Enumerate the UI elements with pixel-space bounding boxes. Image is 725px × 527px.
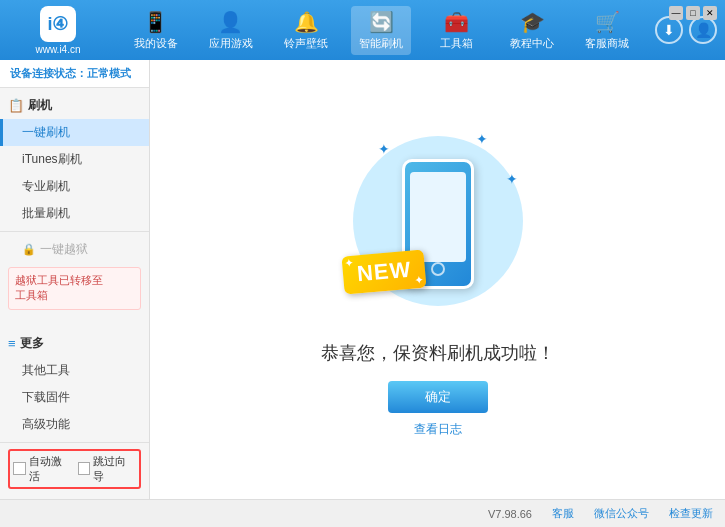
sidebar-jailbreak-notice: 越狱工具已转移至工具箱: [8, 267, 141, 310]
more-section-title: 更多: [20, 335, 44, 352]
close-button[interactable]: ✕: [703, 6, 717, 20]
nav-service[interactable]: 🛒 客服商城: [577, 6, 637, 55]
sidebar-item-pro-flash[interactable]: 专业刷机: [0, 173, 149, 200]
auto-activate-checkbox-label[interactable]: 自动激活: [13, 454, 72, 484]
sidebar-item-jailbreak-disabled: 🔒 一键越狱: [0, 236, 149, 263]
ringtone-label: 铃声壁纸: [284, 36, 328, 51]
sidebar-item-download-firmware[interactable]: 下载固件: [0, 384, 149, 411]
sidebar-status: 设备连接状态：正常模式: [0, 60, 149, 88]
nav-my-device[interactable]: 📱 我的设备: [126, 6, 186, 55]
maximize-button[interactable]: □: [686, 6, 700, 20]
account-button[interactable]: 👤: [689, 16, 717, 44]
more-section: ≡ 更多 其他工具 下载固件 高级功能: [0, 326, 149, 442]
status-version: V7.98.66: [488, 508, 532, 520]
nav-ringtone[interactable]: 🔔 铃声壁纸: [276, 6, 336, 55]
phone-screen: [410, 172, 466, 262]
apps-games-label: 应用游戏: [209, 36, 253, 51]
smart-flash-icon: 🔄: [369, 10, 394, 34]
logo-text: www.i4.cn: [35, 44, 80, 55]
auto-activate-row: 自动激活 跳过向导: [8, 449, 141, 489]
view-log-link[interactable]: 查看日志: [414, 421, 462, 438]
confirm-button[interactable]: 确定: [388, 381, 488, 413]
main-container: 设备连接状态：正常模式 📋 刷机 一键刷机 iTunes刷机 专业刷机 批量刷机…: [0, 60, 725, 499]
success-title: 恭喜您，保资料刷机成功啦！: [321, 341, 555, 365]
time-guide-checkbox[interactable]: [78, 462, 91, 475]
device-info: 📱 iPhone 15 Pro Max 512GB iPhone: [8, 495, 141, 499]
sparkle-1: ✦: [378, 141, 390, 157]
sidebar-divider: [0, 231, 149, 232]
nav-apps-games[interactable]: 👤 应用游戏: [201, 6, 261, 55]
sidebar-bottom: 自动激活 跳过向导 📱 iPhone 15 Pro Max 512GB iPho…: [0, 442, 149, 499]
smart-flash-label: 智能刷机: [359, 36, 403, 51]
window-controls: — □ ✕: [669, 6, 717, 20]
service-icon: 🛒: [595, 10, 620, 34]
top-right-controls: ⬇ 👤: [655, 16, 717, 44]
sidebar-item-advanced[interactable]: 高级功能: [0, 411, 149, 438]
apps-games-icon: 👤: [218, 10, 243, 34]
logo-icon: i④: [40, 6, 76, 42]
lock-icon: 🔒: [22, 243, 36, 256]
flash-section: 📋 刷机 一键刷机 iTunes刷机 专业刷机 批量刷机 🔒 一键越狱 越狱工具…: [0, 88, 149, 318]
nav-smart-flash[interactable]: 🔄 智能刷机: [351, 6, 411, 55]
new-badge: NEW: [341, 249, 426, 294]
tutorial-icon: 🎓: [520, 10, 545, 34]
status-label: 设备连接状态：: [10, 67, 87, 79]
status-link-update[interactable]: 检查更新: [669, 506, 713, 521]
status-link-desktop[interactable]: 客服: [552, 506, 574, 521]
sparkle-3: ✦: [506, 171, 518, 187]
toolbox-icon: 🧰: [444, 10, 469, 34]
ringtone-icon: 🔔: [294, 10, 319, 34]
phone-home-btn: [431, 262, 445, 276]
top-navbar: i④ www.i4.cn 📱 我的设备 👤 应用游戏 🔔 铃声壁纸 🔄 智能刷机: [0, 0, 725, 60]
time-guide-label: 跳过向导: [93, 454, 136, 484]
status-link-wechat[interactable]: 微信公众号: [594, 506, 649, 521]
flash-section-icon: 📋: [8, 98, 24, 113]
service-label: 客服商城: [585, 36, 629, 51]
sparkle-2: ✦: [476, 131, 488, 147]
nav-tutorial[interactable]: 🎓 教程中心: [502, 6, 562, 55]
sidebar-item-batch-flash[interactable]: 批量刷机: [0, 200, 149, 227]
minimize-button[interactable]: —: [669, 6, 683, 20]
more-section-header: ≡ 更多: [0, 330, 149, 357]
sidebar-item-one-click-flash[interactable]: 一键刷机: [0, 119, 149, 146]
time-guide-checkbox-label[interactable]: 跳过向导: [78, 454, 137, 484]
tutorial-label: 教程中心: [510, 36, 554, 51]
download-button[interactable]: ⬇: [655, 16, 683, 44]
nav-toolbox[interactable]: 🧰 工具箱: [427, 6, 487, 55]
flash-section-header: 📋 刷机: [0, 92, 149, 119]
auto-activate-checkbox[interactable]: [13, 462, 26, 475]
my-device-label: 我的设备: [134, 36, 178, 51]
status-bar: V7.98.66 客服 微信公众号 检查更新: [0, 499, 725, 527]
more-icon: ≡: [8, 336, 16, 351]
sidebar-item-itunes-flash[interactable]: iTunes刷机: [0, 146, 149, 173]
my-device-icon: 📱: [143, 10, 168, 34]
logo: i④ www.i4.cn: [8, 6, 108, 55]
success-illustration: ✦ ✦ ✦ NEW: [338, 121, 538, 321]
sidebar: 设备连接状态：正常模式 📋 刷机 一键刷机 iTunes刷机 专业刷机 批量刷机…: [0, 60, 150, 499]
status-value: 正常模式: [87, 67, 131, 79]
main-content: ✦ ✦ ✦ NEW 恭喜您，保资料刷机成功啦！ 确定 查看日志: [150, 60, 725, 499]
nav-items: 📱 我的设备 👤 应用游戏 🔔 铃声壁纸 🔄 智能刷机 🧰 工具箱 🎓: [118, 6, 645, 55]
sidebar-item-other-tools[interactable]: 其他工具: [0, 357, 149, 384]
auto-activate-label: 自动激活: [29, 454, 72, 484]
flash-section-title: 刷机: [28, 97, 52, 114]
toolbox-label: 工具箱: [440, 36, 473, 51]
